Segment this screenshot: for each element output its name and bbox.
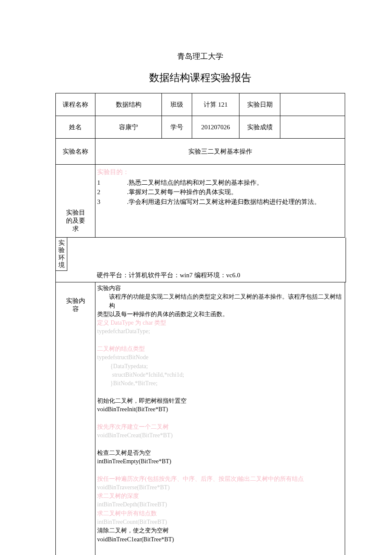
name-label: 姓名: [56, 116, 95, 139]
code-desc: 清除二叉树，使之变为空树: [97, 526, 342, 535]
info-table: 课程名称 数据结构 班级 计算 121 实验日期 姓名 容康宁 学号 20120…: [55, 93, 345, 238]
content-heading: 实验内容: [97, 284, 342, 293]
environment-side-label: 实验环境: [55, 237, 67, 271]
score-value: [280, 116, 345, 139]
purpose-side-l3: 求: [56, 225, 95, 233]
code-line: voidBinTreeCreat(BitTree*BT): [97, 431, 342, 440]
content-side-label: 实验内 容: [56, 282, 95, 555]
report-title: 数据结构课程实验报告: [55, 71, 345, 84]
experiment-name-label: 实验名称: [56, 139, 95, 165]
code-line: }BitNode,*BitTree;: [110, 379, 342, 388]
experiment-name-value: 实验三二叉树基本操作: [95, 139, 345, 165]
code-line: voidBinTraverse(BitTree*BT): [97, 483, 342, 492]
purpose-side-label: 实验目 的及要 求: [56, 165, 95, 238]
code-line: intBinTreeEmpty(BitTree*BT): [97, 457, 342, 466]
content-side-l2: 容: [56, 305, 95, 313]
date-value: [280, 93, 345, 116]
class-value: 计算 121: [192, 93, 239, 116]
score-label: 实验成绩: [239, 116, 280, 139]
content-table: 实验内 容 实验内容 该程序的功能是实现二叉树结点的类型定义和对二叉树的基本操作…: [55, 282, 345, 555]
university-name: 青岛理工大学: [55, 51, 345, 61]
purpose-item-text: .学会利用递归方法编写对二叉树这种递归数据结构进行处理的算法。: [127, 197, 320, 207]
environment-row: 实验环境 硬件平台：计算机软件平台：win7 编程环境：vc6.0: [55, 238, 346, 282]
code-comment: 按先序次序建立一个二叉树: [97, 423, 342, 431]
purpose-item-num: 1: [97, 178, 127, 188]
code-comment: 求二叉树的深度: [97, 492, 342, 500]
code-line: intBinTreeCount(BitTreeBT): [97, 518, 342, 526]
code-desc: 初始化二叉树，即把树根指针置空: [97, 397, 342, 405]
content-desc-line: 该程序的功能是实现二叉树结点的类型定义和对二叉树的基本操作。该程序包括二叉树结构: [109, 293, 342, 310]
course-label: 课程名称: [56, 93, 95, 116]
date-label: 实验日期: [239, 93, 280, 116]
purpose-item-num: 2: [97, 187, 127, 197]
purpose-item-text: .熟悉二叉树结点的结构和对二叉树的基本操作。: [127, 178, 320, 188]
code-line: {DataTypedata;: [110, 362, 342, 371]
code-comment: 定义 DataType 为 char 类型: [97, 319, 342, 327]
code-line: voidBinTreeC1ear(BitTree*BT): [97, 535, 342, 544]
course-value: 数据结构: [95, 93, 162, 116]
environment-text: 硬件平台：计算机软件平台：win7 编程环境：vc6.0: [97, 271, 343, 279]
class-label: 班级: [162, 93, 192, 116]
content-side-l1: 实验内: [56, 297, 95, 305]
purpose-block: 实验目的： 1 .熟悉二叉树结点的结构和对二叉树的基本操作。 2 .掌握对二叉树…: [95, 165, 345, 209]
name-value: 容康宁: [95, 116, 162, 139]
id-label: 学号: [162, 116, 192, 139]
purpose-heading: 实验目的：: [97, 169, 129, 175]
purpose-list: 1 .熟悉二叉树结点的结构和对二叉树的基本操作。 2 .掌握对二叉树每一种操作的…: [97, 178, 320, 207]
id-value: 201207026: [192, 116, 239, 139]
purpose-side-l2: 的及要: [56, 217, 95, 225]
code-comment: 二叉树的结点类型: [97, 345, 342, 353]
content-block: 实验内容 该程序的功能是实现二叉树结点的类型定义和对二叉树的基本操作。该程序包括…: [95, 282, 345, 555]
code-line: voidBinTreeInit(BitTree*BT): [97, 405, 342, 414]
code-line: typedefstructBitNode: [97, 353, 342, 362]
code-desc: 检查二叉树是否为空: [97, 449, 342, 457]
content-desc-line: 类型以及每一种操作的具体的函数定义和主函数。: [97, 310, 342, 319]
purpose-item-num: 3: [97, 197, 127, 207]
purpose-item-text: .掌握对二叉树每一种操作的具体实现。: [127, 187, 320, 197]
purpose-side-l1: 实验目: [56, 209, 95, 217]
code-comment: 按任一种遍历次序(包括按先序、中序、后序、按层次)输出二叉树中的所有结点: [97, 475, 342, 483]
code-line: structBitNode*IchiId,*rchi1d;: [112, 371, 342, 379]
code-comment: 求二叉树中所有结点数: [97, 509, 342, 518]
code-line: intBinTreeDepth(BitTreeBT): [97, 500, 342, 509]
code-line: typedefcharDataType;: [97, 327, 342, 336]
